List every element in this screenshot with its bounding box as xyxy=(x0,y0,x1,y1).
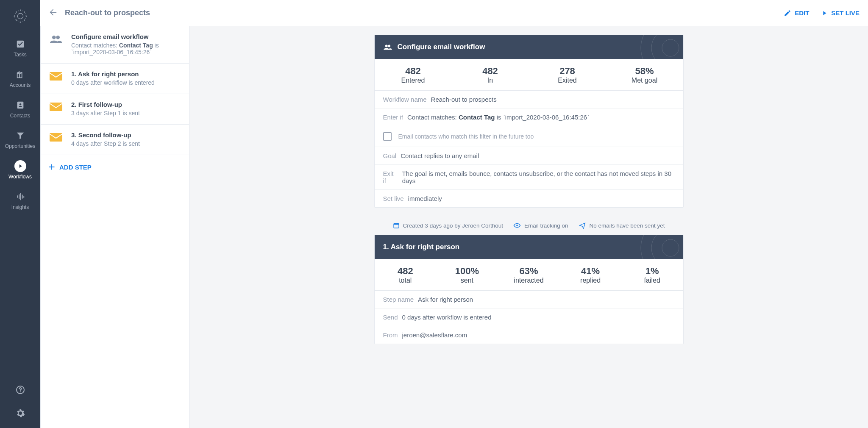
step-name-value: Ask for right person xyxy=(418,296,473,303)
nav-contacts[interactable]: Contacts xyxy=(0,93,40,124)
svg-point-12 xyxy=(19,103,21,105)
stat-sent[interactable]: 100%sent xyxy=(436,259,498,290)
row-send[interactable]: Send 0 days after workflow is entered xyxy=(375,308,683,326)
row-future-match[interactable]: Email contacts who match this filter in … xyxy=(375,126,683,147)
nav-insights-label: Insights xyxy=(11,204,29,210)
enter-if-label: Enter if xyxy=(383,114,403,121)
step-configure-title: Configure email workflow xyxy=(71,33,159,40)
svg-point-32 xyxy=(662,239,679,256)
step-2[interactable]: 2. First follow-up 3 days after Step 1 i… xyxy=(41,94,189,125)
page-header: Reach-out to prospects EDIT SET LIVE xyxy=(40,0,868,26)
help-icon[interactable] xyxy=(15,385,25,396)
step-2-title: 2. First follow-up xyxy=(71,101,140,108)
setlive-label: Set live xyxy=(383,195,404,202)
stat-failed[interactable]: 1%failed xyxy=(621,259,683,290)
step-stats: 482total 100%sent 63%interacted 41%repli… xyxy=(375,259,683,291)
step-configure-code: `import_2020-03-06_16:45:26` xyxy=(71,49,159,56)
step-configure[interactable]: Configure email workflow Contact matches… xyxy=(41,26,189,64)
svg-point-27 xyxy=(662,39,679,56)
workflow-card-header: Configure email workflow xyxy=(375,35,683,59)
step-configure-subtitle: Contact matches: Contact Tag is xyxy=(71,42,159,49)
svg-point-21 xyxy=(56,36,59,39)
header-decoration xyxy=(611,35,683,59)
row-step-name[interactable]: Step name Ask for right person xyxy=(375,291,683,308)
svg-point-0 xyxy=(17,13,23,19)
add-step-label: ADD STEP xyxy=(59,164,92,171)
row-setlive[interactable]: Set live immediately xyxy=(375,190,683,207)
exit-if-label: Exit if xyxy=(383,170,398,184)
nav-tasks[interactable]: Tasks xyxy=(0,32,40,63)
nav-workflows[interactable]: Workflows xyxy=(0,154,40,185)
svg-point-19 xyxy=(19,391,20,392)
arrow-left-icon xyxy=(49,8,58,17)
stat-metgoal[interactable]: 58%Met goal xyxy=(606,59,683,90)
step-3[interactable]: 3. Second follow-up 4 days after Step 2 … xyxy=(41,125,189,155)
add-step-button[interactable]: ADD STEP xyxy=(41,155,189,179)
nav-accounts[interactable]: Accounts xyxy=(0,63,40,93)
goal-value: Contact replies to any email xyxy=(401,152,479,159)
edit-label: EDIT xyxy=(795,9,809,17)
send-value: 0 days after workflow is entered xyxy=(402,314,492,321)
step-3-title: 3. Second follow-up xyxy=(71,131,140,139)
step-2-subtitle: 3 days after Step 1 is sent xyxy=(71,110,140,117)
exit-if-value: The goal is met, emails bounce, contacts… xyxy=(402,170,675,184)
header-decoration xyxy=(611,235,683,259)
people-icon xyxy=(383,43,392,51)
play-icon xyxy=(821,10,828,17)
steps-column: Configure email workflow Contact matches… xyxy=(40,26,189,428)
edit-button[interactable]: EDIT xyxy=(784,9,809,17)
svg-rect-30 xyxy=(394,223,399,228)
nav-opportunities[interactable]: Opportunities xyxy=(0,124,40,154)
setlive-value: immediately xyxy=(408,195,442,202)
mail-icon xyxy=(47,101,64,117)
row-enter-if[interactable]: Enter if Contact matches: Contact Tag is… xyxy=(375,108,683,126)
app-logo[interactable] xyxy=(12,8,29,25)
step-card-1: 1. Ask for right person 482total 100%sen… xyxy=(374,235,684,344)
workflow-name-label: Workflow name xyxy=(383,96,427,103)
nav-tasks-label: Tasks xyxy=(14,52,27,58)
svg-point-31 xyxy=(516,225,518,226)
stat-interacted[interactable]: 63%interacted xyxy=(498,259,560,290)
stat-exited[interactable]: 278Exited xyxy=(529,59,606,90)
settings-icon[interactable] xyxy=(15,408,25,420)
back-button[interactable] xyxy=(49,8,58,18)
workflow-card: Configure email workflow 482Entered 482I… xyxy=(374,35,684,208)
row-from[interactable]: From jeroen@salesflare.com xyxy=(375,326,683,344)
set-live-button[interactable]: SET LIVE xyxy=(821,9,860,17)
svg-point-33 xyxy=(651,235,683,259)
nav-accounts-label: Accounts xyxy=(10,82,31,88)
meta-sent: No emails have been sent yet xyxy=(579,222,665,229)
stat-entered[interactable]: 482Entered xyxy=(375,59,452,90)
people-icon xyxy=(47,33,64,56)
checkbox-future[interactable] xyxy=(383,132,392,141)
stat-total[interactable]: 482total xyxy=(375,259,437,290)
insights-icon xyxy=(14,191,26,203)
step-1[interactable]: 1. Ask for right person 0 days after wor… xyxy=(41,64,189,94)
workflow-stats: 482Entered 482In 278Exited 58%Met goal xyxy=(375,59,683,91)
step-1-subtitle: 0 days after workflow is entered xyxy=(71,79,155,86)
svg-point-26 xyxy=(388,45,390,47)
row-workflow-name[interactable]: Workflow name Reach-out to prospects xyxy=(375,91,683,108)
svg-rect-17 xyxy=(23,196,24,198)
mail-icon xyxy=(47,131,64,147)
workflow-name-value: Reach-out to prospects xyxy=(431,96,497,103)
svg-rect-24 xyxy=(50,133,62,142)
stat-replied[interactable]: 41%replied xyxy=(559,259,621,290)
svg-rect-23 xyxy=(50,103,62,111)
svg-point-7 xyxy=(14,16,14,17)
from-label: From xyxy=(383,331,398,339)
svg-rect-16 xyxy=(22,195,22,198)
row-goal[interactable]: Goal Contact replies to any email xyxy=(375,147,683,165)
nav-insights[interactable]: Insights xyxy=(0,185,40,215)
meta-created: Created 3 days ago by Jeroen Corthout xyxy=(393,222,503,229)
svg-rect-15 xyxy=(20,193,21,200)
step-1-title: 1. Ask for right person xyxy=(71,70,155,78)
nav-rail: Tasks Accounts Contacts Opportunities Wo… xyxy=(0,0,40,428)
stat-in[interactable]: 482In xyxy=(452,59,529,90)
send-icon xyxy=(579,222,586,229)
row-exit-if[interactable]: Exit if The goal is met, emails bounce, … xyxy=(375,165,683,190)
contacts-icon xyxy=(14,99,26,111)
meta-line: Created 3 days ago by Jeroen Corthout Em… xyxy=(374,222,684,229)
svg-point-25 xyxy=(385,45,387,47)
goal-label: Goal xyxy=(383,152,397,159)
